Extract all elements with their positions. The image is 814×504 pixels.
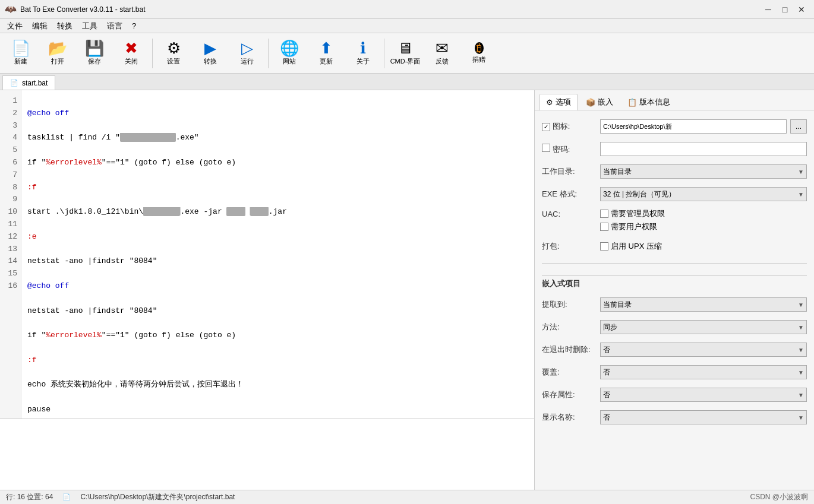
workdir-select-arrow: ▼ bbox=[798, 169, 804, 175]
tab-embed[interactable]: 📦 嵌入 bbox=[580, 94, 619, 110]
feedback-icon: ✉ bbox=[436, 40, 449, 56]
code-line-6: :e bbox=[27, 231, 528, 243]
workdir-select[interactable]: 当前目录 ▼ bbox=[600, 164, 807, 179]
uac-label: UAC: bbox=[542, 208, 595, 218]
icon-label-text: 图标: bbox=[553, 122, 570, 131]
exeformat-label-text: EXE 格式: bbox=[542, 189, 577, 198]
tb-new-btn[interactable]: 📄 新建 bbox=[4, 36, 38, 71]
tb-feedback-btn[interactable]: ✉ 反馈 bbox=[425, 36, 459, 71]
tb-donate-btn[interactable]: ₿ 捐赠 bbox=[462, 36, 496, 71]
showname-select[interactable]: 否 ▼ bbox=[600, 410, 807, 424]
tb-save-btn[interactable]: 💾 保存 bbox=[77, 36, 112, 71]
tb-update-btn[interactable]: ⬆ 更新 bbox=[309, 36, 343, 71]
pack-upx-checkbox[interactable] bbox=[600, 242, 608, 251]
saveattr-select-arrow: ▼ bbox=[798, 392, 804, 398]
toolbar-sep-2 bbox=[268, 39, 269, 68]
tb-website-btn[interactable]: 🌐 网站 bbox=[272, 36, 307, 71]
method-select[interactable]: 同步 ▼ bbox=[600, 320, 807, 334]
website-icon: 🌐 bbox=[280, 40, 299, 56]
delete-select-arrow: ▼ bbox=[798, 347, 804, 353]
showname-row: 显示名称: 否 ▼ bbox=[542, 409, 807, 426]
pack-upx-row: 启用 UPX 压缩 bbox=[600, 241, 662, 252]
uac-admin-checkbox[interactable] bbox=[600, 210, 608, 218]
tab-file-label: start.bat bbox=[22, 79, 48, 87]
method-label-text: 方法: bbox=[542, 322, 560, 331]
open-icon: 📂 bbox=[48, 40, 67, 56]
close-icon: ✖ bbox=[125, 40, 138, 56]
delete-select[interactable]: 否 ▼ bbox=[600, 343, 807, 357]
tb-about-btn[interactable]: ℹ 关于 bbox=[346, 36, 380, 71]
icon-row: 图标: ... bbox=[542, 118, 807, 135]
exeformat-select-value: 32 位 | 控制台（可见） bbox=[603, 189, 676, 199]
pack-row: 打包: 启用 UPX 压缩 bbox=[542, 238, 807, 255]
showname-select-value: 否 bbox=[603, 413, 610, 423]
icon-path-input[interactable] bbox=[600, 119, 787, 134]
version-icon: 📋 bbox=[627, 98, 637, 107]
saveattr-row: 保存属性: 否 ▼ bbox=[542, 386, 807, 403]
code-line-10: if "%errorlevel%"=="1" (goto f) else (go… bbox=[27, 329, 528, 342]
icon-label: 图标: bbox=[542, 121, 595, 132]
close-btn[interactable]: ✕ bbox=[794, 4, 809, 15]
tab-options[interactable]: ⚙ 选项 bbox=[539, 94, 578, 110]
embed-section-title: 嵌入式项目 bbox=[542, 275, 807, 290]
code-line-2: tasklist | find /i "████████████.exe" bbox=[27, 132, 528, 144]
method-label: 方法: bbox=[542, 322, 595, 332]
extract-select[interactable]: 当前目录 ▼ bbox=[600, 297, 807, 312]
workdir-label: 工作目录: bbox=[542, 166, 595, 177]
convert-label: 转换 bbox=[204, 57, 217, 66]
uac-label-text: UAC: bbox=[542, 210, 560, 218]
menu-convert[interactable]: 转换 bbox=[52, 20, 77, 33]
file-tab[interactable]: 📄 start.bat bbox=[2, 75, 55, 90]
tb-cmd-btn[interactable]: 🖥 CMD-界面 bbox=[388, 36, 422, 71]
icon-checkbox[interactable] bbox=[542, 123, 550, 131]
menu-help[interactable]: ? bbox=[127, 20, 141, 31]
uac-row: UAC: 需要管理员权限 需要用户权限 bbox=[542, 208, 807, 232]
code-content[interactable]: @echo off tasklist | find /i "██████████… bbox=[21, 90, 534, 419]
workdir-value: 当前目录 ▼ bbox=[600, 164, 807, 179]
feedback-label: 反馈 bbox=[436, 57, 449, 66]
extract-row: 提取到: 当前目录 ▼ bbox=[542, 296, 807, 313]
code-line-3: if "%errorlevel%"=="1" (goto f) else (go… bbox=[27, 157, 528, 169]
new-icon: 📄 bbox=[11, 40, 30, 56]
overwrite-select[interactable]: 否 ▼ bbox=[600, 365, 807, 379]
minimize-btn[interactable]: ─ bbox=[761, 4, 776, 15]
status-filepath: C:\Users\hp\Desktop\新建文件夹\project\start.… bbox=[80, 492, 235, 502]
exeformat-value: 32 位 | 控制台（可见） ▼ bbox=[600, 187, 807, 201]
tab-file-icon: 📄 bbox=[10, 79, 18, 87]
showname-value: 否 ▼ bbox=[600, 410, 807, 424]
donate-icon: ₿ bbox=[475, 42, 484, 54]
tb-close-btn[interactable]: ✖ 关闭 bbox=[114, 36, 149, 71]
maximize-btn[interactable]: □ bbox=[777, 4, 793, 15]
saveattr-select-value: 否 bbox=[603, 390, 610, 400]
menu-language[interactable]: 语言 bbox=[102, 20, 127, 33]
run-icon: ▷ bbox=[241, 40, 253, 56]
icon-browse-btn[interactable]: ... bbox=[790, 119, 807, 134]
embed-icon: 📦 bbox=[586, 98, 595, 107]
tb-convert-btn[interactable]: ▶ 转换 bbox=[193, 36, 228, 71]
donate-label: 捐赠 bbox=[472, 55, 485, 64]
version-label: 版本信息 bbox=[639, 97, 670, 107]
menu-file[interactable]: 文件 bbox=[2, 20, 27, 33]
code-line-11: :f bbox=[27, 354, 528, 367]
delete-label-text: 在退出时删除: bbox=[542, 345, 591, 354]
tb-open-btn[interactable]: 📂 打开 bbox=[40, 36, 75, 71]
exeformat-select[interactable]: 32 位 | 控制台（可见） ▼ bbox=[600, 187, 807, 201]
saveattr-label: 保存属性: bbox=[542, 389, 595, 400]
overwrite-label-text: 覆盖: bbox=[542, 367, 560, 376]
code-editor[interactable]: 12345 678910 1112131415 16 @echo off tas… bbox=[0, 90, 534, 419]
tab-version[interactable]: 📋 版本信息 bbox=[621, 94, 676, 110]
saveattr-select[interactable]: 否 ▼ bbox=[600, 388, 807, 402]
overwrite-select-arrow: ▼ bbox=[798, 369, 804, 376]
password-checkbox[interactable] bbox=[542, 144, 550, 152]
password-input[interactable] bbox=[600, 142, 807, 156]
tb-run-btn[interactable]: ▷ 运行 bbox=[230, 36, 264, 71]
uac-user-checkbox[interactable] bbox=[600, 223, 608, 231]
workdir-row: 工作目录: 当前目录 ▼ bbox=[542, 163, 807, 180]
app-icon: 🦇 bbox=[5, 4, 17, 15]
icon-value: ... bbox=[600, 119, 807, 134]
exeformat-select-arrow: ▼ bbox=[798, 191, 804, 198]
menu-edit[interactable]: 编辑 bbox=[27, 20, 52, 33]
tb-settings-btn[interactable]: ⚙ 设置 bbox=[156, 36, 191, 71]
saveattr-value: 否 ▼ bbox=[600, 388, 807, 402]
menu-tools[interactable]: 工具 bbox=[77, 20, 102, 33]
